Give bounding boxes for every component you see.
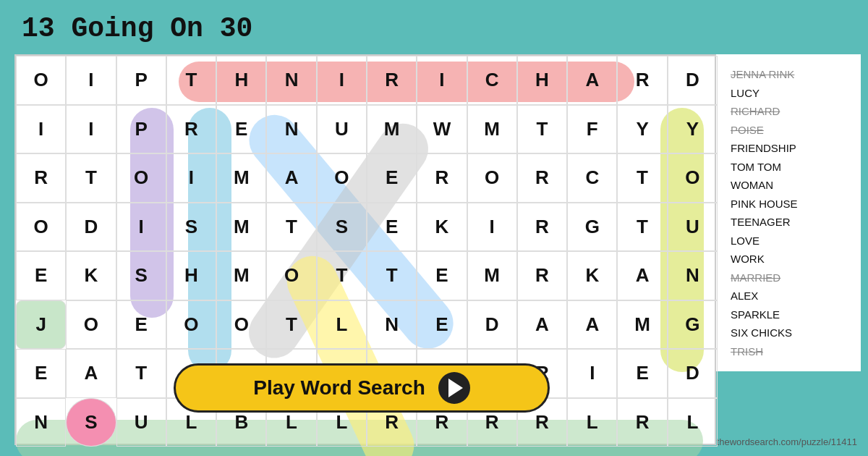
grid-cell[interactable]: I [166, 153, 216, 203]
grid-cell[interactable]: R [517, 203, 567, 252]
grid-cell[interactable]: H [166, 251, 216, 300]
grid-cell[interactable]: G [567, 203, 617, 252]
grid-cell[interactable]: T [617, 203, 667, 252]
word-list-item: TEENAGER [731, 213, 846, 232]
grid-cell[interactable]: I [66, 56, 116, 105]
grid-cell[interactable]: M [216, 203, 266, 252]
grid-cell[interactable]: E [116, 300, 166, 350]
grid-cell[interactable]: A [66, 349, 116, 398]
grid-cell[interactable]: O [317, 153, 367, 203]
grid-cell[interactable]: Y [617, 105, 667, 154]
grid-cell[interactable]: I [66, 105, 116, 154]
grid-cell[interactable]: J [16, 300, 66, 350]
grid-cell[interactable]: M [467, 251, 517, 300]
grid-cell[interactable]: M [617, 300, 667, 350]
grid-cell[interactable]: P [116, 105, 166, 154]
grid-cell[interactable]: Y [668, 105, 718, 154]
grid-cell[interactable]: T [517, 105, 567, 154]
grid-cell[interactable]: M [216, 153, 266, 203]
grid-cell[interactable]: D [66, 203, 116, 252]
grid-cell[interactable]: O [467, 153, 517, 203]
grid-cell[interactable]: T [166, 56, 216, 105]
grid-cell[interactable]: L [567, 398, 617, 447]
grid-cell[interactable]: I [116, 203, 166, 252]
word-list-item: FRIENDSHIP [731, 139, 846, 158]
grid-cell[interactable]: D [467, 300, 517, 350]
word-list-item: MARRIED [731, 269, 846, 287]
grid-cell[interactable]: I [467, 203, 517, 252]
grid-cell[interactable]: A [567, 56, 617, 105]
grid-cell[interactable]: O [166, 300, 216, 350]
grid-cell[interactable]: W [417, 105, 467, 154]
grid-cell[interactable]: T [116, 349, 166, 398]
grid-cell[interactable]: H [216, 56, 266, 105]
grid-cell[interactable]: L [668, 398, 718, 447]
grid-cell[interactable]: U [116, 398, 166, 447]
grid-cell[interactable]: I [417, 56, 467, 105]
grid-cell[interactable]: G [668, 300, 718, 350]
grid-cell[interactable]: L [317, 300, 367, 350]
grid-cell[interactable]: R [517, 251, 567, 300]
grid-cell[interactable]: A [266, 153, 316, 203]
grid-cell[interactable]: R [617, 56, 667, 105]
grid-cell[interactable]: O [16, 203, 66, 252]
grid-cell[interactable]: I [317, 56, 367, 105]
grid-cell[interactable]: S [166, 203, 216, 252]
grid-cell[interactable]: S [116, 251, 166, 300]
grid-cell[interactable]: O [16, 56, 66, 105]
grid-cell[interactable]: T [367, 251, 417, 300]
grid-cell[interactable]: E [417, 251, 467, 300]
grid-cell[interactable]: N [16, 398, 66, 447]
grid-cell[interactable]: M [367, 105, 417, 154]
grid-cell[interactable]: R [166, 105, 216, 154]
grid-cell[interactable]: F [567, 105, 617, 154]
grid-cell[interactable]: R [367, 56, 417, 105]
grid-cell[interactable]: R [417, 153, 467, 203]
grid-cell[interactable]: E [617, 349, 667, 398]
grid-cell[interactable]: E [16, 349, 66, 398]
grid-cell[interactable]: N [266, 105, 316, 154]
grid-cell[interactable]: O [116, 153, 166, 203]
grid-cell[interactable]: P [116, 56, 166, 105]
grid-cell[interactable]: E [367, 153, 417, 203]
grid-cell[interactable]: T [617, 153, 667, 203]
grid-cell[interactable]: I [567, 349, 617, 398]
grid-cell[interactable]: D [668, 349, 718, 398]
grid-cell[interactable]: U [317, 105, 367, 154]
grid-cell[interactable]: D [668, 56, 718, 105]
grid-cell[interactable]: K [567, 251, 617, 300]
grid-cell[interactable]: U [668, 203, 718, 252]
grid-cell[interactable]: T [317, 251, 367, 300]
grid-cell[interactable]: O [266, 251, 316, 300]
grid-cell[interactable]: E [216, 105, 266, 154]
grid-cell[interactable]: R [517, 153, 567, 203]
grid-cell[interactable]: A [617, 251, 667, 300]
grid-cell[interactable]: K [66, 251, 116, 300]
grid-cell[interactable]: R [16, 153, 66, 203]
grid-cell[interactable]: H [517, 56, 567, 105]
grid-cell[interactable]: N [668, 251, 718, 300]
grid-cell[interactable]: C [467, 56, 517, 105]
grid-cell[interactable]: O [668, 153, 718, 203]
grid-cell[interactable]: M [467, 105, 517, 154]
grid-cell[interactable]: S [317, 203, 367, 252]
grid-cell[interactable]: S [66, 398, 116, 447]
grid-cell[interactable]: N [266, 56, 316, 105]
grid-cell[interactable]: E [417, 300, 467, 350]
grid-cell[interactable]: C [567, 153, 617, 203]
grid-cell[interactable]: T [266, 300, 316, 350]
grid-cell[interactable]: E [16, 251, 66, 300]
grid-cell[interactable]: R [617, 398, 667, 447]
grid-cell[interactable]: O [66, 300, 116, 350]
grid-cell[interactable]: A [517, 300, 567, 350]
grid-cell[interactable]: M [216, 251, 266, 300]
grid-cell[interactable]: O [216, 300, 266, 350]
grid-cell[interactable]: K [417, 203, 467, 252]
grid-cell[interactable]: N [367, 300, 417, 350]
grid-cell[interactable]: A [567, 300, 617, 350]
grid-cell[interactable]: I [16, 105, 66, 154]
grid-cell[interactable]: E [367, 203, 417, 252]
grid-cell[interactable]: T [66, 153, 116, 203]
play-button[interactable]: Play Word Search [174, 363, 550, 413]
grid-cell[interactable]: T [266, 203, 316, 252]
